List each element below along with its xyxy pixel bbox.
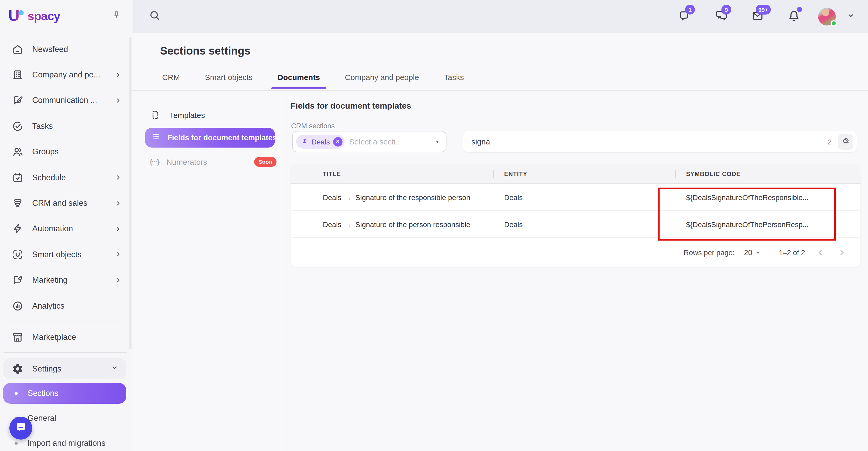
logo-u-icon: U bbox=[6, 5, 27, 28]
app-window: 1 9 99+ bbox=[0, 0, 868, 451]
tabs-bar: CRM Smart objects Documents Company and … bbox=[160, 73, 466, 89]
cell-title: Deals → Signature of the person responsi… bbox=[323, 211, 470, 238]
chevron-right-icon bbox=[114, 225, 122, 233]
sidebar-item-automation[interactable]: Automation bbox=[0, 216, 129, 241]
logo[interactable]: U spacy bbox=[6, 5, 60, 28]
selected-chip-deals[interactable]: Deals × bbox=[296, 135, 345, 149]
subnav-item-templates[interactable]: Templates bbox=[145, 106, 274, 123]
people-icon bbox=[11, 146, 24, 158]
tab-smart-objects[interactable]: Smart objects bbox=[203, 73, 254, 89]
profile-menu-button[interactable] bbox=[843, 9, 859, 25]
sidebar-item-label: Tasks bbox=[32, 122, 122, 131]
storefront-icon bbox=[11, 331, 24, 344]
sidebar-item-settings[interactable]: Settings bbox=[3, 358, 126, 379]
support-chat-launcher[interactable] bbox=[9, 417, 32, 440]
search-icon bbox=[149, 9, 161, 24]
arrow-right-icon: → bbox=[345, 194, 352, 201]
subnav-item-label: Numerators bbox=[166, 157, 254, 166]
global-search-button[interactable] bbox=[145, 7, 165, 27]
table-row[interactable]: Deals → Signature of the person responsi… bbox=[290, 211, 860, 238]
search-value: signa bbox=[471, 137, 828, 146]
sidebar-item-label: Analytics bbox=[32, 301, 122, 311]
cell-symbolic-code: ${DealsSignatureOfTheResponsible... bbox=[686, 184, 809, 211]
sidebar-item-label: Schedule bbox=[32, 173, 114, 182]
chat-badge: 1 bbox=[685, 5, 695, 14]
sidebar-item-company-and-people[interactable]: Company and pe... bbox=[0, 62, 129, 88]
chip-label: Deals bbox=[311, 137, 330, 146]
chevron-right-icon bbox=[114, 71, 122, 79]
sidebar-item-tasks[interactable]: Tasks bbox=[0, 113, 129, 139]
subnav-item-numerators[interactable]: {···} Numerators Soon bbox=[145, 153, 277, 170]
cell-title: Deals → Signature of the responsible per… bbox=[323, 184, 470, 211]
avatar[interactable] bbox=[818, 8, 836, 26]
mail-button[interactable]: 99+ bbox=[746, 6, 768, 28]
tab-tasks[interactable]: Tasks bbox=[442, 73, 466, 89]
column-header-title[interactable]: TITLE bbox=[323, 164, 341, 184]
group-chats-button[interactable]: 9 bbox=[710, 6, 732, 28]
person-icon bbox=[301, 137, 308, 146]
cell-entity: Deals bbox=[504, 211, 523, 238]
sidebar-item-groups[interactable]: Groups bbox=[0, 139, 129, 165]
documents-subnav: Templates Fields for document templates … bbox=[132, 91, 281, 451]
column-divider bbox=[493, 170, 494, 178]
sidebar-item-marketplace[interactable]: Marketplace bbox=[0, 325, 129, 350]
section-heading: Fields for document templates bbox=[290, 101, 411, 111]
sidebar-item-label: CRM and sales bbox=[32, 198, 114, 208]
column-header-symbolic-code[interactable]: SYMBOLIC CODE bbox=[686, 164, 741, 184]
sidebar-scrollbar[interactable] bbox=[129, 37, 131, 349]
chevron-right-icon bbox=[114, 96, 122, 105]
content-area: Sections settings CRM Smart objects Docu… bbox=[132, 33, 868, 451]
table-row[interactable]: Deals → Signature of the responsible per… bbox=[290, 184, 860, 211]
sidebar-item-schedule[interactable]: Schedule bbox=[0, 165, 129, 190]
sidebar-item-marketing[interactable]: Marketing bbox=[0, 267, 129, 293]
check-circle-icon bbox=[11, 120, 24, 132]
chat-button[interactable]: 1 bbox=[674, 6, 695, 28]
sidebar-item-analytics[interactable]: Analytics bbox=[0, 293, 129, 319]
notifications-button[interactable] bbox=[783, 6, 805, 28]
sidebar-item-newsfeed[interactable]: Newsfeed bbox=[0, 36, 129, 62]
rows-per-page-select[interactable]: 20 ▼ bbox=[744, 248, 760, 257]
tab-company-and-people[interactable]: Company and people bbox=[343, 73, 421, 89]
column-header-entity[interactable]: ENTITY bbox=[504, 164, 527, 184]
chevron-right-icon bbox=[114, 251, 122, 259]
bullet-icon bbox=[14, 442, 18, 445]
chevron-right-icon bbox=[837, 247, 847, 258]
search-result-count: 2 bbox=[828, 137, 832, 146]
pin-sidebar-button[interactable] bbox=[110, 9, 123, 23]
subnav-item-fields-for-document-templates[interactable]: Fields for document templates bbox=[145, 128, 275, 148]
sidebar-divider bbox=[4, 321, 127, 321]
next-page-button[interactable] bbox=[835, 246, 849, 259]
mail-badge: 99+ bbox=[756, 5, 771, 14]
crm-sections-select[interactable]: Deals × Select a secti... ▼ bbox=[292, 131, 446, 152]
pagination-range: 1–2 of 2 bbox=[779, 248, 805, 257]
chevron-down-icon bbox=[110, 363, 119, 374]
tab-documents[interactable]: Documents bbox=[276, 73, 322, 89]
sidebar-item-communication[interactable]: Communication ... bbox=[0, 88, 129, 114]
tab-crm[interactable]: CRM bbox=[160, 73, 182, 89]
search-input[interactable]: signa 2 bbox=[463, 131, 857, 152]
sidebar-item-label: Import and migrations bbox=[28, 439, 105, 448]
previous-page-button[interactable] bbox=[813, 246, 827, 259]
sidebar-item-sections[interactable]: Sections bbox=[3, 383, 126, 404]
clear-search-button[interactable] bbox=[838, 134, 854, 150]
sidebar-item-label: Smart objects bbox=[32, 250, 114, 259]
building-icon bbox=[11, 69, 24, 81]
dropdown-arrow-icon[interactable]: ▼ bbox=[435, 139, 440, 144]
sidebar-divider bbox=[4, 352, 127, 353]
list-icon bbox=[151, 131, 161, 144]
home-icon bbox=[11, 43, 24, 55]
chevron-down-icon bbox=[846, 10, 856, 23]
chat-pen-icon bbox=[11, 94, 24, 107]
sidebar-item-label: Marketing bbox=[32, 276, 114, 285]
sidebar-item-label: Newsfeed bbox=[32, 44, 122, 54]
logo-text: spacy bbox=[28, 9, 60, 23]
cell-entity: Deals bbox=[504, 184, 523, 211]
sidebar-item-label: Sections bbox=[28, 389, 59, 398]
sidebar-item-label: Groups bbox=[32, 147, 122, 157]
sidebar-item-smart-objects[interactable]: Smart objects bbox=[0, 241, 129, 267]
chip-remove-icon[interactable]: × bbox=[333, 137, 343, 146]
crm-sections-label: CRM sections bbox=[291, 122, 335, 130]
calendar-check-icon bbox=[11, 171, 24, 184]
numerators-icon: {···} bbox=[150, 158, 159, 165]
sidebar-item-crm-and-sales[interactable]: CRM and sales bbox=[0, 190, 129, 216]
